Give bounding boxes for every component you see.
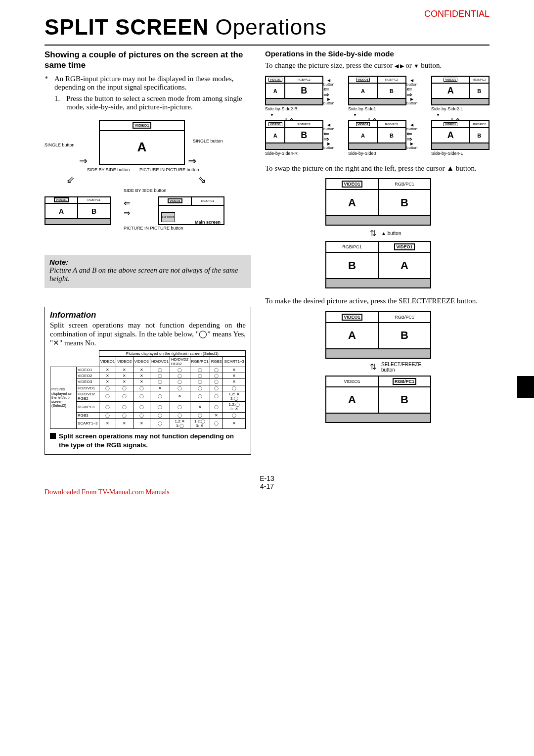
horizontal-arrow-icon: ◀button⇐⇒▶button (323, 123, 334, 150)
horizontal-arrow-icon: ◀button⇐⇒▶button (406, 123, 417, 150)
mode-cell: VIDEO1RGB/PC2ABSide-by-Side4-L (431, 120, 490, 156)
table-cell: ◯ (190, 379, 210, 385)
table-cell: ✕ (133, 367, 150, 373)
table-cell: ◯ (170, 379, 190, 385)
table-cell: ◯ (150, 391, 170, 401)
table-cell: ◯ (116, 412, 133, 418)
note-box: Note: Picture A and B on the above scree… (44, 255, 251, 288)
table-row-header: RGB/PC1 (77, 402, 99, 412)
compat-table: Pictures displayed on the right/main scr… (50, 350, 246, 429)
table-cell: ✕ (116, 379, 133, 385)
table-cell: ✕ (223, 418, 246, 428)
arrow-icon: ⇗ (76, 153, 90, 168)
table-cell: ◯ (210, 418, 223, 428)
table-cell: ✕ (223, 367, 246, 373)
table-cell: ✕ (99, 379, 116, 385)
pip-sub-screen: Sub screen (161, 212, 175, 222)
table-col-header: VIDEO1 (99, 356, 116, 367)
sbs-pip-diagram: SIDE BY SIDE button VIDEO1 RGB/PC1 A B ⇐… (44, 189, 251, 243)
table-cell: ◯ (133, 402, 150, 412)
table-cell: ✕ (170, 391, 190, 401)
mode-cell: VIDEO1RGB/PC2ABSide-by-Side3◀button⇐⇒▶bu… (348, 120, 406, 156)
table-cell: ◯ (210, 367, 223, 373)
page-title: SPLIT SCREEN Operations (44, 15, 490, 40)
confidential-stamp: CONFIDENTIAL (424, 9, 490, 19)
title-light: Operations (216, 15, 327, 39)
table-cell: ✕ (99, 367, 116, 373)
select-instruction: To make the desired picture active, pres… (265, 296, 490, 306)
mode-cell: VIDEO1RGB/PC2ABSide-by-Side1◀button⇐⇒▶bu… (348, 76, 406, 111)
table-row-header: RGB3 (77, 412, 99, 418)
table-row-header: VIDEO2 (77, 373, 99, 379)
table-col-header: HD/DVD2 RGB2 (170, 356, 190, 367)
table-cell: ◯ (223, 385, 246, 391)
table-cell: ◯ (190, 391, 210, 401)
table-cell: ◯ (116, 391, 133, 401)
table-cell: ✕ (210, 412, 223, 418)
download-link[interactable]: Downloaded From TV-Manual.com Manuals (44, 488, 170, 496)
title-bold: SPLIT SCREEN (44, 15, 209, 39)
table-row-header: HD/DVD2 RGB2 (77, 391, 99, 401)
horizontal-arrow-icon: ◀button⇐⇒▶button (323, 79, 334, 105)
mode-label: Side-by-Side4-R (265, 151, 323, 156)
table-row: RGB3◯◯◯◯◯◯✕◯ (50, 412, 246, 418)
table-col-header: RGB/PC1 (190, 356, 210, 367)
mode-cell: VIDEO1RGB/PC2ABSide-by-Side4-R◀button⇐⇒▶… (265, 120, 323, 156)
mode-label: Side-by-Side3 (348, 151, 406, 156)
table-cell: ✕ (133, 418, 150, 428)
table-cell: ◯ (99, 385, 116, 391)
table-cell: 1,2: ✕ 3:◯ (223, 391, 246, 401)
mode-cell: VIDEO1RGB/PC2ABSide-by-Side2-L▼button ⇓⇑… (431, 76, 490, 111)
arrow-icon: ⇒ (124, 208, 130, 218)
table-side-caption: Pictures displayed on the left/sub scree… (50, 367, 77, 429)
mode-cell: VIDEO1RGB/PC2ABSide-by-Side2-R◀button⇐⇒▶… (265, 76, 323, 111)
table-cell: ✕ (223, 379, 246, 385)
table-cell: ◯ (150, 418, 170, 428)
table-cell: 1,2:◯ 3: ✕ (223, 402, 246, 412)
right-heading: Operations in the Side-by-side mode (265, 49, 490, 58)
table-cell: ✕ (190, 402, 210, 412)
table-cell: ◯ (190, 373, 210, 379)
table-cell: 1,2:✕ 3:◯ (170, 418, 190, 428)
table-cell: ◯ (116, 402, 133, 412)
swap-instruction: To swap the picture on the right and the… (265, 164, 490, 174)
table-row-header: SCART1~3 (77, 418, 99, 428)
table-cell: ✕ (150, 385, 170, 391)
table-cell: 1,2:◯ 3: ✕ (190, 418, 210, 428)
size-instruction: To change the picture size, press the cu… (265, 61, 490, 71)
table-cell: ◯ (99, 412, 116, 418)
table-row: VIDEO3✕✕✕◯◯◯◯✕ (50, 379, 246, 385)
horizontal-arrow-icon: ◀button⇐⇒▶button (406, 79, 417, 105)
table-row: VIDEO2✕✕✕◯◯◯◯✕ (50, 373, 246, 379)
table-cell: ◯ (210, 373, 223, 379)
table-cell: ◯ (170, 367, 190, 373)
table-row: SCART1~3✕✕✕◯1,2:✕ 3:◯1,2:◯ 3: ✕◯✕ (50, 418, 246, 428)
table-col-header: SCART1~3 (223, 356, 246, 367)
table-row: HD/DVD2 RGB2◯◯◯◯✕◯◯1,2: ✕ 3:◯ (50, 391, 246, 401)
arrow-icon: ⇐ (124, 198, 130, 208)
table-cell: ◯ (190, 367, 210, 373)
swap-diagram: VIDEO1 RGB/PC1 A B ⇅▲ button RGB/PC1 VID… (325, 178, 429, 288)
arrow-icon: ⇘ (185, 153, 199, 168)
table-cell: ◯ (210, 379, 223, 385)
select-diagram: VIDEO1 RGB/PC1 A B ⇅SELECT/FREEZE button… (325, 311, 429, 423)
table-cell: ◯ (150, 367, 170, 373)
table-cell: ◯ (190, 412, 210, 418)
step-1: 1. Press the button to select a screen m… (54, 94, 251, 111)
table-cell: ◯ (99, 402, 116, 412)
rgb-note: * An RGB-input picture may not be displa… (44, 75, 251, 92)
table-row-header: VIDEO3 (77, 379, 99, 385)
table-cell: ✕ (116, 418, 133, 428)
table-row: RGB/PC1◯◯◯◯◯✕◯1,2:◯ 3: ✕ (50, 402, 246, 412)
table-cell: ◯ (170, 402, 190, 412)
table-row-header: HD/DVD1 (77, 385, 99, 391)
table-col-header: RGB3 (210, 356, 223, 367)
arrow-icon: ⇘ (198, 174, 206, 186)
left-heading: Showing a couple of pictures on the scre… (44, 49, 251, 71)
table-cell: ◯ (116, 385, 133, 391)
table-cell: ✕ (133, 379, 150, 385)
up-down-arrow-icon: ⇅ (370, 362, 376, 372)
table-cell: ◯ (150, 412, 170, 418)
square-bullet-icon (50, 433, 56, 439)
information-box: Information Split screen operations may … (44, 307, 251, 455)
